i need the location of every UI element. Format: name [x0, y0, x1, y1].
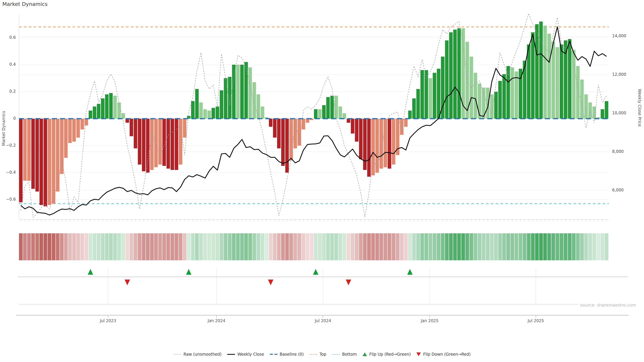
bar: [154, 119, 158, 167]
bar: [334, 96, 338, 119]
bar: [27, 119, 31, 181]
bar: [375, 119, 379, 173]
heatmap-cell: [379, 233, 383, 260]
heatmap-cell: [64, 233, 68, 260]
heatmap-cell: [453, 233, 457, 260]
bar: [544, 26, 547, 119]
heatmap-cell: [560, 233, 563, 260]
heatmap-cell: [40, 233, 43, 260]
heatmap-cell: [84, 233, 88, 260]
bar: [388, 119, 391, 169]
bar: [355, 119, 358, 142]
bar: [564, 40, 567, 119]
heatmap-cell: [240, 233, 244, 260]
bar: [416, 89, 420, 119]
y-tick-left: 0: [1, 116, 16, 121]
heatmap-cell: [298, 233, 301, 260]
legend-label: Flip Up (Red→Green): [369, 352, 411, 357]
heatmap-cell: [437, 233, 440, 260]
bar: [478, 84, 481, 119]
bar: [56, 119, 59, 192]
heatmap-cell: [174, 233, 178, 260]
bar: [252, 82, 256, 119]
bar: [36, 119, 39, 192]
bar: [199, 102, 203, 119]
heatmap-cell: [212, 233, 215, 260]
bar: [76, 119, 80, 138]
flip-up-triangle-icon: [362, 353, 367, 356]
x-tick: Jan 2025: [413, 319, 446, 323]
heatmap-cell: [162, 233, 166, 260]
heatmap-cell: [187, 233, 190, 260]
heatmap-cell: [236, 233, 240, 260]
heatmap-cell: [277, 233, 281, 260]
heatmap-cell: [433, 233, 436, 260]
legend-item-bottom: Bottom: [332, 352, 357, 357]
bar: [420, 70, 424, 119]
bar: [576, 66, 580, 119]
bar: [31, 119, 35, 189]
heatmap-cell: [52, 233, 55, 260]
heatmap-cell: [330, 233, 334, 260]
heatmap-cell: [605, 233, 608, 260]
heatmap-cell: [384, 233, 387, 260]
heatmap-cell: [412, 233, 416, 260]
legend-label: Flip Down (Green→Red): [423, 352, 470, 357]
heatmap-cell: [101, 233, 104, 260]
heatmap-cell: [478, 233, 481, 260]
heatmap-cell: [31, 233, 35, 260]
heatmap-cell: [252, 233, 256, 260]
bar: [474, 73, 477, 119]
heatmap-cell: [27, 233, 31, 260]
y-tick-right: 12,000: [612, 72, 626, 77]
heatmap-cell: [154, 233, 158, 260]
heatmap-cell: [109, 233, 113, 260]
heatmap-cell: [552, 233, 555, 260]
bar: [294, 119, 297, 148]
heatmap-cell: [269, 233, 272, 260]
heatmap-cell: [199, 233, 203, 260]
heatmap-cell: [400, 233, 404, 260]
heatmap-cell: [126, 233, 129, 260]
bar: [486, 88, 490, 119]
heatmap-cell: [134, 233, 137, 260]
bar: [216, 107, 219, 119]
flip-up-marker: [407, 269, 412, 275]
market-dynamics-chart: Market Dynamics Market Dynamics Weekly C…: [0, 0, 644, 362]
flip-down-marker: [124, 280, 130, 285]
heatmap-cell: [244, 233, 248, 260]
heatmap-cell: [19, 233, 23, 260]
bar: [502, 74, 506, 119]
heatmap-cell: [310, 233, 314, 260]
y-tick-left: 0.6: [1, 35, 16, 40]
heatmap-cell: [548, 233, 551, 260]
heatmap-cell: [334, 233, 338, 260]
bar: [552, 42, 555, 119]
bar: [572, 50, 576, 119]
heatmap-cell: [428, 233, 432, 260]
source-credit: source: sharemaestro.com: [554, 303, 636, 308]
bar: [48, 119, 51, 205]
heatmap-cell: [572, 233, 576, 260]
bar: [580, 80, 584, 119]
bar: [183, 119, 186, 138]
heatmap-cell: [523, 233, 526, 260]
heatmap-cell: [322, 233, 326, 260]
heatmap-cell: [510, 233, 514, 260]
bar: [453, 30, 457, 119]
bar: [142, 119, 146, 171]
y-tick-left: −0.4: [1, 170, 16, 175]
legend-item-flip-up: Flip Up (Red→Green): [362, 352, 411, 357]
bar: [494, 92, 498, 119]
bar: [548, 34, 551, 119]
flip-up-marker: [88, 269, 93, 275]
heatmap-cell: [445, 233, 448, 260]
flip-down-marker: [268, 280, 273, 285]
heatmap-cell: [122, 233, 125, 260]
bar: [224, 78, 228, 119]
bar: [433, 73, 436, 119]
y-tick-left: −0.2: [1, 143, 16, 148]
bar: [338, 107, 342, 119]
chart-canvas: [0, 0, 644, 362]
heatmap-cell: [592, 233, 596, 260]
